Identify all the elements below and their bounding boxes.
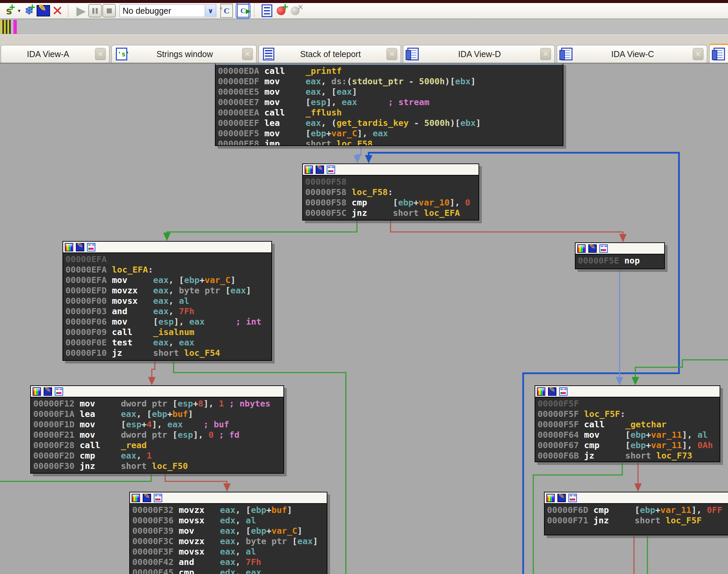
asm-line[interactable]: 00000F3C movzx eax, byte ptr [eax] <box>132 536 324 546</box>
asm-line[interactable]: 00000F28 call _read <box>33 440 281 450</box>
basic-block-blk-F32[interactable]: 00000F32 movzx eax, [ebp+buf]00000F36 mo… <box>129 492 327 574</box>
edit-block-icon[interactable] <box>316 165 324 174</box>
edit-block-icon[interactable] <box>557 494 566 502</box>
debugger-select[interactable]: No debugger ∨ <box>120 4 216 17</box>
tab-close-icon[interactable]: ✕ <box>242 48 253 60</box>
tab-close-icon[interactable]: ✕ <box>95 48 106 60</box>
tab-stack-of-teleport[interactable]: Stack of teleport✕ <box>258 45 401 63</box>
graph-overview-band[interactable] <box>0 19 728 35</box>
asm-line[interactable]: 00000EE7 mov [esp], eax ; stream <box>218 97 560 108</box>
delete-icon[interactable]: ✕ <box>50 4 65 18</box>
tab-ida-view-a[interactable]: IDA View-A✕ <box>1 45 110 63</box>
asm-line[interactable]: 00000F67 cmp [ebp+var_11], 0Ah <box>538 440 717 450</box>
asm-line[interactable]: 00000F71 jnz short loc_F5F <box>547 515 728 526</box>
group-icon[interactable] <box>327 165 335 174</box>
tab-ida-view-d[interactable]: IDA View-D✕ <box>403 45 555 63</box>
breakpoint-list-icon[interactable] <box>260 4 274 18</box>
asm-line[interactable]: 00000F00 movsx eax, al <box>66 296 269 306</box>
run-c-icon[interactable]: C▶ <box>236 3 250 19</box>
asm-line[interactable]: 00000F5E nop <box>578 255 662 266</box>
start-process-icon[interactable]: ▶ <box>74 4 88 18</box>
basic-block-blk-F5F[interactable]: 00000F5F00000F5F loc_F5F:00000F5F call _… <box>535 385 720 462</box>
group-icon[interactable] <box>568 494 577 502</box>
basic-block-blk-F6D[interactable]: 00000F6D cmp [ebp+var_11], 0FF00000F71 j… <box>544 492 728 535</box>
asm-line[interactable]: 00000F09 call _isalnum <box>66 327 269 337</box>
dropdown-caret-icon[interactable]: ▾ <box>16 4 22 18</box>
palette-icon[interactable] <box>65 243 73 251</box>
asm-line[interactable]: 00000F03 and eax, 7Fh <box>66 306 269 317</box>
stop-process-icon[interactable] <box>102 4 116 18</box>
palette-icon[interactable] <box>33 387 41 396</box>
chevron-down-icon[interactable]: ∨ <box>205 5 216 16</box>
asm-line[interactable]: 00000F32 movzx eax, [ebp+buf] <box>132 505 324 515</box>
asm-line[interactable]: 00000F5C jnz short loc_EFA <box>305 208 476 218</box>
asm-line[interactable]: 00000F58 cmp [ebp+var_10], 0 <box>305 197 476 208</box>
group-icon[interactable] <box>599 244 608 253</box>
asm-line[interactable]: 00000F21 mov dword ptr [esp], 0 ; fd <box>33 430 281 440</box>
asm-line[interactable]: 00000EEF lea eax, (get_tardis_key - 5000… <box>218 118 560 128</box>
asm-line[interactable]: 00000F64 mov [ebp+var_11], al <box>538 430 717 440</box>
asm-line[interactable]: 00000EF8 jmp short loc_F58 <box>218 139 560 146</box>
asm-line[interactable]: 00000F30 jnz short loc_F50 <box>33 461 281 471</box>
add-breakpoint-icon[interactable] <box>274 4 288 18</box>
basic-block-blk-F58[interactable]: 00000F5800000F58 loc_F58:00000F58 cmp [e… <box>302 163 479 220</box>
basic-block-blk-F5E[interactable]: 00000F5E nop <box>575 242 665 269</box>
tab-close-icon[interactable]: ✕ <box>387 48 397 60</box>
tab-ida-view-c[interactable]: IDA View-C✕ <box>557 45 707 63</box>
asm-line[interactable]: 00000EFA loc_EFA: <box>66 264 269 275</box>
tab-strings-window[interactable]: Strings window✕ <box>112 45 256 63</box>
palette-icon[interactable] <box>132 494 140 502</box>
basic-block-blk-EFA[interactable]: 00000EFA00000EFA loc_EFA:00000EFA mov ea… <box>63 241 272 361</box>
basic-block-blk-F12[interactable]: 00000F12 mov dword ptr [esp+8], 1 ; nbyt… <box>30 385 284 474</box>
edit-block-icon[interactable] <box>548 387 556 396</box>
palette-icon[interactable] <box>305 165 313 174</box>
group-icon[interactable] <box>559 387 567 396</box>
asm-line[interactable]: 00000F45 cmp edx, eax <box>132 567 324 574</box>
asm-line[interactable]: 00000F42 and eax, 7Fh <box>132 557 324 567</box>
delete-breakpoint-icon[interactable] <box>288 4 302 18</box>
asm-line[interactable]: 00000F10 jz short loc_F54 <box>66 348 269 358</box>
group-icon[interactable] <box>55 387 63 396</box>
attach-c-icon[interactable]: C« <box>219 4 234 18</box>
asm-line[interactable]: 00000EF5 mov [ebp+var_C], eax <box>218 128 560 139</box>
palette-icon[interactable] <box>537 387 545 396</box>
palette-icon[interactable] <box>577 244 585 253</box>
asm-line[interactable]: 00000F0E test eax, eax <box>66 337 269 348</box>
asm-line[interactable]: 00000F12 mov dword ptr [esp+8], 1 ; nbyt… <box>33 399 281 409</box>
asm-line[interactable]: 00000EEA call _fflush <box>218 108 560 118</box>
asm-line[interactable]: 00000F5F loc_F5F: <box>538 409 717 419</box>
add-struct-icon[interactable]: s + <box>2 4 16 18</box>
asm-line[interactable]: 00000F06 mov [esp], eax ; int <box>66 317 269 327</box>
pause-process-icon[interactable] <box>88 4 102 18</box>
asm-line[interactable]: 00000F5F <box>538 399 717 409</box>
asm-line[interactable]: 00000F2D cmp eax, 1 <box>33 450 281 461</box>
edit-block-icon[interactable] <box>588 244 597 253</box>
asm-line[interactable]: 00000EFD movzx eax, byte ptr [eax] <box>66 285 269 296</box>
edit-icon[interactable] <box>36 4 50 18</box>
asm-line[interactable]: 00000EFA mov eax, [ebp+var_C] <box>66 275 269 285</box>
asm-line[interactable]: 00000EFA <box>66 254 269 264</box>
asm-line[interactable]: 00000F1D mov [esp+4], eax ; buf <box>33 419 281 430</box>
asm-line[interactable]: 00000EE5 mov eax, [eax] <box>218 87 560 97</box>
tab-close-icon[interactable]: ✕ <box>693 48 703 60</box>
edit-block-icon[interactable] <box>143 494 151 502</box>
asm-line[interactable]: 00000F3F movsx eax, al <box>132 546 324 557</box>
palette-icon[interactable] <box>546 494 555 502</box>
overview-marker[interactable] <box>13 20 17 34</box>
asm-line[interactable]: 00000F6D cmp [ebp+var_11], 0FF <box>547 505 728 515</box>
asm-line[interactable]: 00000F58 <box>305 176 476 187</box>
asm-line[interactable]: 00000F58 loc_F58: <box>305 187 476 197</box>
asm-line[interactable]: 00000F1A lea eax, [ebp+buf] <box>33 409 281 419</box>
group-icon[interactable] <box>87 243 95 251</box>
asm-line[interactable]: 00000F6B jz short loc_F73 <box>538 450 717 461</box>
tab-close-icon[interactable]: ✕ <box>540 48 551 60</box>
edit-block-icon[interactable] <box>76 243 84 251</box>
snowflake-add-icon[interactable]: ❄ + <box>22 4 36 18</box>
tab-partial[interactable] <box>709 44 728 63</box>
asm-line[interactable]: 00000F39 mov eax, [ebp+var_C] <box>132 526 324 536</box>
asm-line[interactable]: 00000EDA call _printf <box>218 66 560 76</box>
asm-line[interactable]: 00000F5F call _getchar <box>538 419 717 430</box>
group-icon[interactable] <box>154 494 162 502</box>
basic-block-blk-EDA[interactable]: 00000EDA call _printf00000EDF mov eax, d… <box>215 63 563 146</box>
asm-line[interactable]: 00000F36 movsx edx, al <box>132 515 324 526</box>
